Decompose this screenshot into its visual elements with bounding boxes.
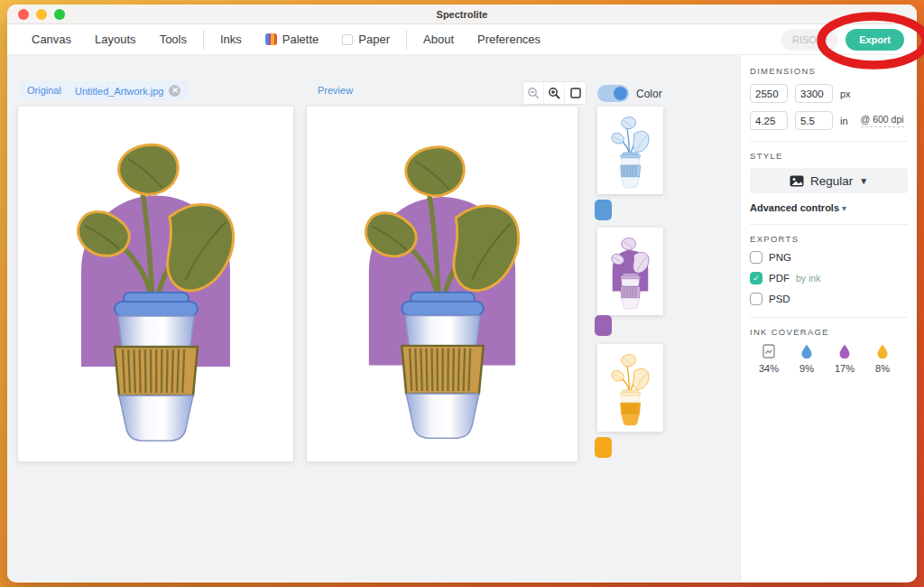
purple-ink-swatch[interactable] (595, 315, 612, 336)
fit-square-icon (570, 88, 581, 98)
menu-inks[interactable]: Inks (208, 33, 254, 46)
advanced-controls-toggle[interactable]: Advanced controls ▾ (750, 202, 908, 213)
checkbox-icon[interactable]: ✓ (750, 272, 762, 284)
riso-it-button[interactable]: RISO-it! (781, 29, 838, 51)
paper-swatch-icon (342, 34, 353, 45)
coverage-blue: 9% (788, 344, 826, 374)
menu-palette[interactable]: Palette (254, 33, 330, 46)
close-window-button[interactable] (18, 9, 29, 20)
px-unit-label: px (840, 89, 851, 99)
menu-preferences[interactable]: Preferences (466, 33, 552, 46)
workspace: Original Untitled_Artwork.jpg ✕ Preview (7, 55, 740, 582)
export-option-psd[interactable]: ✓ PSD (750, 291, 908, 306)
yellow-separation-thumbnail[interactable] (597, 344, 663, 432)
settings-sidebar: DIMENSIONS px in @ 600 dpi STYLE (740, 55, 917, 582)
checkbox-icon[interactable]: ✓ (750, 251, 762, 264)
blue-ink-droplet-icon (801, 344, 812, 359)
image-icon (790, 175, 804, 187)
blue-ink-swatch[interactable] (595, 200, 612, 220)
window-title: Spectrolite (7, 9, 917, 20)
palette-gradient-icon (265, 33, 277, 45)
height-in-input[interactable] (795, 111, 833, 130)
menu-about[interactable]: About (411, 33, 466, 46)
purple-ink-droplet-icon (839, 344, 850, 359)
original-tab[interactable]: Original (20, 81, 69, 99)
dimensions-heading: DIMENSIONS (750, 66, 908, 76)
chevron-down-icon: ▼ (859, 176, 868, 186)
close-file-icon[interactable]: ✕ (169, 85, 180, 97)
coverage-yellow: 8% (864, 344, 901, 374)
export-button[interactable]: Export (845, 29, 904, 51)
height-px-input[interactable] (795, 84, 833, 103)
file-tab[interactable]: Untitled_Artwork.jpg ✕ (68, 81, 188, 100)
purple-separation-thumbnail[interactable] (597, 228, 663, 315)
color-toggle[interactable] (597, 85, 629, 102)
menu-separator (406, 30, 407, 50)
fullscreen-window-button[interactable] (54, 9, 65, 20)
width-px-input[interactable] (750, 84, 788, 103)
menu-canvas[interactable]: Canvas (20, 33, 83, 46)
ink-coverage-row: 34% 9% 17% (750, 344, 908, 374)
magnifier-plus-icon (548, 87, 560, 99)
magnifier-minus-icon (527, 87, 540, 99)
menu-bar: Canvas Layouts Tools Inks Palette Paper … (7, 24, 917, 55)
title-bar: Spectrolite (7, 5, 917, 24)
preview-label: Preview (310, 81, 360, 99)
menu-layouts[interactable]: Layouts (83, 33, 148, 46)
original-artwork-panel (18, 107, 293, 461)
export-option-pdf[interactable]: ✓ PDF by ink (750, 270, 908, 285)
preview-artwork-panel (307, 107, 578, 461)
zoom-controls (522, 81, 587, 105)
app-window: Spectrolite Canvas Layouts Tools Inks Pa… (7, 5, 917, 582)
minimize-window-button[interactable] (36, 9, 47, 20)
menu-tools[interactable]: Tools (148, 33, 199, 46)
divider (750, 317, 908, 318)
ink-coverage-heading: INK COVERAGE (750, 327, 908, 337)
checkbox-icon[interactable]: ✓ (750, 293, 762, 305)
yellow-ink-swatch[interactable] (595, 437, 612, 458)
export-option-png[interactable]: ✓ PNG (750, 249, 908, 265)
width-in-input[interactable] (750, 111, 788, 130)
zoom-out-button[interactable] (523, 82, 544, 104)
coverage-purple: 17% (826, 344, 864, 374)
in-unit-label: in (840, 116, 848, 126)
dpi-selector[interactable]: @ 600 dpi (861, 114, 904, 127)
style-heading: STYLE (750, 151, 908, 161)
divider (750, 141, 908, 142)
divider (750, 224, 908, 225)
blue-separation-thumbnail[interactable] (597, 107, 663, 194)
pdf-by-ink-label: by ink (796, 273, 820, 284)
coverage-original: 34% (750, 344, 788, 374)
original-image-icon (762, 344, 775, 359)
traffic-lights (18, 9, 65, 20)
zoom-in-button[interactable] (544, 82, 565, 104)
exports-heading: EXPORTS (750, 234, 908, 244)
menu-separator (203, 30, 204, 50)
menu-paper[interactable]: Paper (330, 33, 402, 46)
color-toggle-label: Color (636, 88, 662, 100)
style-dropdown[interactable]: Regular ▼ (750, 168, 908, 193)
fit-view-button[interactable] (565, 82, 586, 104)
yellow-ink-droplet-icon (877, 344, 888, 359)
